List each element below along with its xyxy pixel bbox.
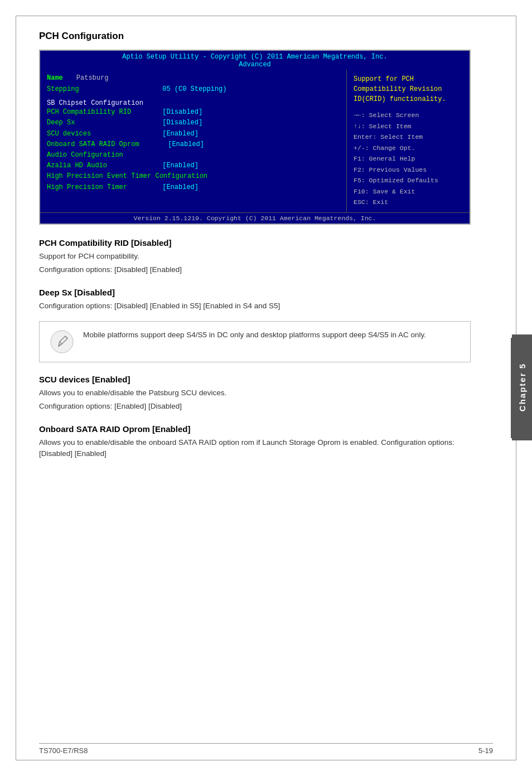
- key-select-item-arrows: ↑↓: Select Item: [354, 121, 463, 132]
- chapter-sidebar-label: Chapter 5: [518, 363, 527, 411]
- bios-body: Name Patsburg Stepping 05 (C0 Stepping) …: [40, 70, 470, 212]
- bios-footer: Version 2.15.1219. Copyright (C) 2011 Am…: [40, 212, 470, 224]
- svg-point-0: [51, 331, 73, 353]
- subsection-scu-config: Configuration options: [Enabled] [Disabl…: [39, 401, 471, 412]
- bios-row-3: Onboard SATA RAID Oprom [Enabled]: [47, 139, 340, 150]
- bios-row-1: Deep Sx [Disabled]: [47, 118, 340, 128]
- bios-sb-header: SB Chipset Configuration: [47, 99, 340, 107]
- bios-row-4: Audio Configuration: [47, 150, 340, 161]
- footer-left: TS700-E7/RS8: [39, 746, 88, 755]
- bios-sb-chipset-label: SB Chipset Configuration: [47, 99, 143, 107]
- subsection-pch-compat-title: PCH Compatibility RID [Disabled]: [39, 238, 471, 248]
- bios-name-value: Patsburg: [76, 74, 109, 82]
- bios-right-keys: →←: Select Screen ↑↓: Select Item Enter:…: [354, 110, 463, 208]
- page-footer: TS700-E7/RS8 5-19: [39, 746, 493, 755]
- page-border-top: [16, 16, 516, 16]
- bios-row-6: High Precision Event Timer Configuration: [47, 171, 340, 182]
- chapter-sidebar: Chapter 5: [512, 334, 532, 440]
- bios-name-row: Name Patsburg: [47, 74, 340, 82]
- key-enter-select: Enter: Select Item: [354, 132, 463, 143]
- subsection-pch-compat-body: Support for PCH compatibility.: [39, 251, 471, 262]
- subsection-scu-body: Allows you to enable/disable the Patsbur…: [39, 387, 471, 399]
- key-f2-prev: F2: Previous Values: [354, 164, 463, 176]
- page-border-left: [16, 16, 16, 760]
- key-f10-save: F10: Save & Exit: [354, 186, 463, 197]
- subsection-deep-sx-config: Configuration options: [Disabled] [Enabl…: [39, 300, 471, 312]
- bios-right-top-text: Support for PCHCompatibility RevisionID(…: [354, 74, 463, 104]
- bios-stepping-label: Stepping: [47, 84, 158, 95]
- subsection-scu-title: SCU devices [Enabled]: [39, 375, 471, 384]
- footer-right: 5-19: [478, 746, 493, 755]
- subsection-sata-body: Allows you to enable/disable the onboard…: [39, 437, 471, 460]
- footer-line: [39, 743, 493, 744]
- page-border-bottom: [16, 760, 516, 760]
- bios-row-7: High Precision Timer [Enabled]: [47, 182, 340, 193]
- key-esc-exit: ESC: Exit: [354, 197, 463, 208]
- bios-name-label: Name: [47, 74, 63, 82]
- bios-header-line2: Advanced: [40, 61, 470, 69]
- subsection-deep-sx-title: Deep Sx [Disabled]: [39, 288, 471, 297]
- bios-row-5: Azalia HD Audio [Enabled]: [47, 161, 340, 171]
- subsection-sata-title: Onboard SATA RAID Oprom [Enabled]: [39, 424, 471, 434]
- bios-header-line1: Aptio Setup Utility - Copyright (C) 2011…: [40, 53, 470, 61]
- key-change-opt: +/-: Change Opt.: [354, 143, 463, 154]
- key-select-screen: →←: Select Screen: [354, 110, 463, 121]
- note-box: Mobile platforms support deep S4/S5 in D…: [39, 321, 471, 362]
- bios-header: Aptio Setup Utility - Copyright (C) 2011…: [40, 51, 470, 70]
- subsection-pch-compat-config: Configuration options: [Disabled] [Enabl…: [39, 264, 471, 275]
- key-f1-help: F1: General Help: [354, 153, 463, 164]
- page-title: PCH Configuration: [39, 31, 471, 42]
- note-icon: [50, 329, 74, 354]
- bios-left-panel: Name Patsburg Stepping 05 (C0 Stepping) …: [40, 70, 347, 212]
- bios-right-panel: Support for PCHCompatibility RevisionID(…: [347, 70, 470, 212]
- main-content: PCH Configuration Aptio Setup Utility - …: [0, 0, 532, 501]
- bios-stepping-row: Stepping 05 (C0 Stepping): [47, 84, 340, 95]
- bios-row-0: PCH Compatibility RID [Disabled]: [47, 107, 340, 118]
- bios-screen: Aptio Setup Utility - Copyright (C) 2011…: [39, 50, 471, 225]
- bios-row-2: SCU devices [Enabled]: [47, 129, 340, 139]
- note-text: Mobile platforms support deep S4/S5 in D…: [83, 329, 426, 341]
- bios-stepping-value: 05 (C0 Stepping): [162, 85, 226, 93]
- key-f5-defaults: F5: Optimized Defaults: [354, 175, 463, 186]
